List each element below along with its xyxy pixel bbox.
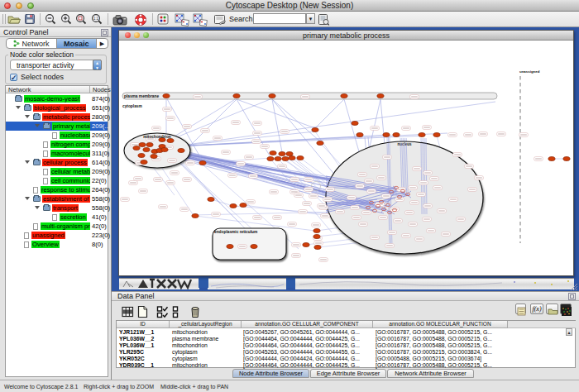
svg-text:endoplasmic reticulum: endoplasmic reticulum (214, 230, 257, 234)
svg-text:mitochondrion: mitochondrion (143, 135, 171, 139)
svg-text:cytoplasm: cytoplasm (122, 104, 142, 108)
svg-text:unassigned: unassigned (519, 69, 540, 74)
svg-text:plasma membrane: plasma membrane (124, 94, 159, 98)
svg-text:1:1: 1:1 (93, 17, 99, 21)
